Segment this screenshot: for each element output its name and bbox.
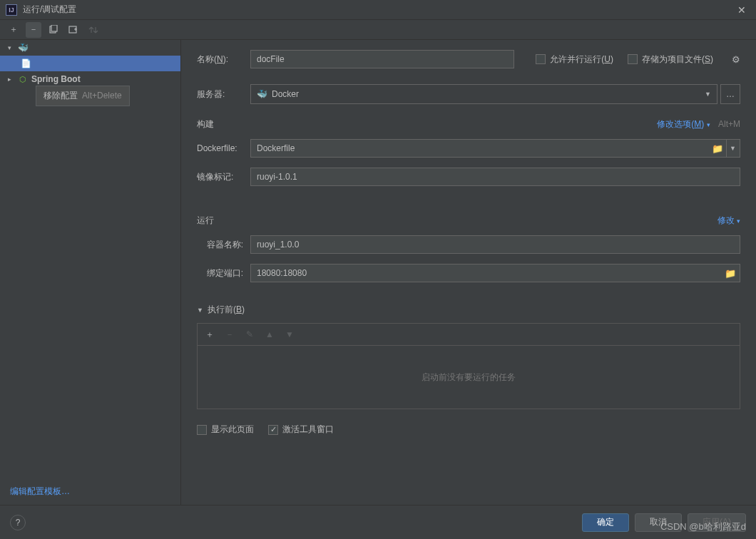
svg-rect-1 bbox=[51, 25, 57, 31]
folder-icon[interactable]: 📁 bbox=[712, 143, 723, 154]
docker-icon: 🐳 bbox=[17, 42, 29, 53]
tree-root-spring[interactable]: ▸ ⬡ Spring Boot bbox=[0, 71, 180, 87]
chevron-down-icon: ▼ bbox=[705, 91, 711, 98]
server-dropdown[interactable]: 🐳 Docker ▼ bbox=[250, 84, 717, 104]
dockerfile-icon: 📄 bbox=[20, 58, 31, 69]
modify-options-link[interactable]: 修改选项(M) ▾ bbox=[657, 119, 710, 129]
bind-ports-label: 绑定端口: bbox=[197, 267, 250, 279]
tree-root-docker[interactable]: ▾ 🐳 bbox=[0, 40, 180, 56]
shortcut-hint: Alt+M bbox=[718, 119, 740, 129]
checkbox-checked-icon bbox=[268, 425, 278, 435]
edit-task-icon: ✎ bbox=[242, 327, 257, 342]
up-icon: ▲ bbox=[262, 327, 277, 342]
dockerfile-label: Dockerfile: bbox=[197, 143, 250, 153]
copy-icon[interactable] bbox=[46, 22, 61, 38]
chevron-down-icon: ▾ bbox=[4, 43, 14, 53]
container-name-input[interactable] bbox=[250, 235, 740, 254]
name-label: 名称(N): bbox=[197, 53, 250, 66]
show-page-checkbox[interactable]: 显示此页面 bbox=[197, 423, 254, 436]
dockerfile-input[interactable] bbox=[250, 139, 740, 158]
spring-icon: ⬡ bbox=[17, 73, 29, 85]
before-launch-empty: 启动前没有要运行的任务 bbox=[197, 345, 740, 409]
image-tag-input[interactable] bbox=[250, 168, 740, 186]
allow-parallel-checkbox[interactable]: 允许并行运行(U) bbox=[536, 53, 613, 66]
image-tag-label: 镜像标记: bbox=[197, 171, 250, 183]
add-icon[interactable]: ＋ bbox=[6, 22, 21, 38]
activate-tool-checkbox[interactable]: 激活工具窗口 bbox=[268, 423, 334, 436]
container-name-label: 容器名称: bbox=[197, 239, 250, 251]
down-icon: ▼ bbox=[282, 327, 297, 342]
chevron-down-icon[interactable]: ▼ bbox=[726, 139, 739, 158]
checkbox-icon bbox=[536, 54, 546, 64]
add-task-icon[interactable]: ＋ bbox=[202, 327, 218, 342]
remove-icon[interactable]: － bbox=[26, 22, 41, 38]
move-icon bbox=[86, 22, 101, 38]
remove-task-icon: － bbox=[222, 327, 237, 342]
tree-item-label: Spring Boot bbox=[31, 74, 81, 84]
edit-templates-link[interactable]: 编辑配置模板… bbox=[10, 486, 70, 496]
app-icon: IJ bbox=[6, 4, 17, 16]
save-project-checkbox[interactable]: 存储为项目文件(S) bbox=[628, 53, 713, 66]
chevron-down-icon: ▼ bbox=[197, 307, 203, 314]
ok-button[interactable]: 确定 bbox=[582, 513, 629, 532]
cancel-button[interactable]: 取消 bbox=[635, 513, 682, 532]
tooltip: 移除配置Alt+Delete bbox=[36, 86, 130, 106]
chevron-right-icon: ▸ bbox=[4, 74, 14, 84]
tree-item-docfile[interactable]: 📄 bbox=[0, 56, 180, 71]
run-section-title: 运行 bbox=[197, 215, 214, 227]
more-button[interactable]: … bbox=[720, 84, 740, 104]
checkbox-icon bbox=[628, 54, 638, 64]
apply-button[interactable]: 应用(A) bbox=[688, 513, 746, 532]
close-icon[interactable]: ✕ bbox=[733, 1, 750, 19]
name-input[interactable] bbox=[250, 50, 514, 68]
checkbox-icon bbox=[197, 425, 207, 435]
dialog-title: 运行/调试配置 bbox=[23, 4, 733, 16]
before-launch-header[interactable]: ▼ 执行前(B) bbox=[197, 304, 740, 316]
help-icon[interactable]: ? bbox=[10, 515, 26, 530]
bind-ports-input[interactable] bbox=[250, 264, 740, 282]
docker-icon: 🐳 bbox=[257, 89, 267, 99]
build-section-title: 构建 bbox=[197, 118, 214, 130]
modify-run-link[interactable]: 修改 ▾ bbox=[717, 215, 740, 227]
folder-icon[interactable]: 📁 bbox=[725, 268, 736, 279]
save-template-icon[interactable] bbox=[66, 22, 81, 38]
server-label: 服务器: bbox=[197, 88, 250, 101]
gear-icon[interactable]: ⚙ bbox=[732, 54, 740, 65]
